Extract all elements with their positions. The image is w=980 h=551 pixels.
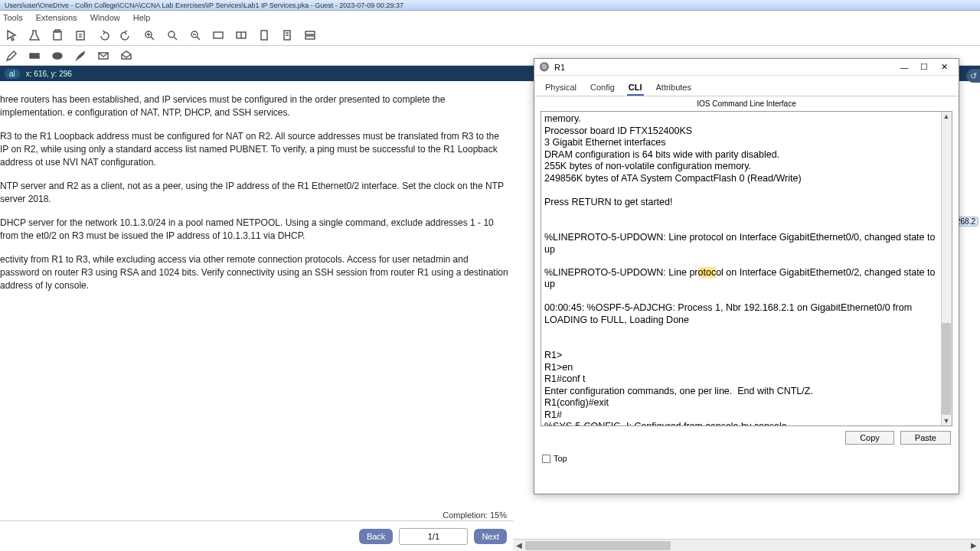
- app-titlebar: Users\user\OneDrive - Collin College\CCN…: [0, 0, 980, 11]
- toolbar-primary: [0, 24, 980, 46]
- pointer-icon[interactable]: [5, 28, 18, 42]
- envelope-open-icon[interactable]: [119, 49, 133, 63]
- panel1-icon[interactable]: [211, 28, 225, 42]
- undo-icon[interactable]: [96, 28, 110, 42]
- scroll-up-icon[interactable]: ▲: [942, 112, 951, 121]
- cli-buttons: Copy Paste: [534, 426, 959, 449]
- svg-rect-2: [77, 31, 84, 40]
- rect-icon[interactable]: [28, 49, 41, 63]
- minimize-button[interactable]: —: [894, 61, 914, 73]
- highlight-icon: otoc: [698, 267, 717, 278]
- ellipse-icon[interactable]: [51, 49, 64, 63]
- copy-button[interactable]: Copy: [845, 431, 894, 445]
- paste-icon[interactable]: [74, 28, 87, 42]
- instr-p5: ectivity from R1 to R3, while excluding …: [0, 253, 510, 292]
- svg-rect-6: [214, 32, 223, 38]
- window-title: R1: [554, 63, 565, 72]
- paste-button[interactable]: Paste: [900, 431, 951, 445]
- tab-attributes[interactable]: Attributes: [655, 80, 693, 96]
- menu-tools[interactable]: Tools: [3, 13, 23, 22]
- menu-extensions[interactable]: Extensions: [36, 13, 77, 22]
- cli-scrollbar[interactable]: ▲ ▼: [941, 112, 952, 425]
- cli-output-wrap: memory. Processor board ID FTX152400KS 3…: [541, 111, 952, 426]
- cli-subtitle: IOS Command Line Interface: [534, 96, 959, 111]
- coord-readout: x: 616, y: 296: [26, 70, 72, 78]
- stack-icon[interactable]: [303, 28, 317, 42]
- brush-icon[interactable]: [74, 49, 87, 63]
- tab-cli[interactable]: CLI: [627, 80, 644, 96]
- cli-output[interactable]: memory. Processor board ID FTX152400KS 3…: [541, 112, 952, 425]
- instructions-panel: hree routers has been established, and I…: [0, 90, 513, 306]
- device-tabs: Physical Config CLI Attributes: [534, 76, 959, 96]
- hscroll-track[interactable]: [525, 540, 968, 551]
- instr-p4: DHCP server for the network 10.1.3.0/24 …: [0, 217, 510, 243]
- hscroll-right-icon[interactable]: ▶: [968, 540, 980, 551]
- tab-physical[interactable]: Physical: [544, 80, 578, 96]
- doc1-icon[interactable]: [257, 28, 271, 42]
- zoom-reset-icon[interactable]: [165, 28, 179, 42]
- zoom-out-icon[interactable]: [188, 28, 202, 42]
- device-window-r1: 🔘 R1 — ☐ ✕ Physical Config CLI Attribute…: [534, 58, 959, 494]
- instr-p3: NTP server and R2 as a client, not as a …: [0, 180, 510, 206]
- close-button[interactable]: ✕: [934, 61, 954, 73]
- cli-line-hl: %LINEPROTO-5-UPDOWN: Line protocol on In…: [544, 267, 938, 290]
- panel2-icon[interactable]: [234, 28, 248, 42]
- redo-icon[interactable]: [119, 28, 133, 42]
- drawer-toggle[interactable]: ↺: [966, 69, 980, 83]
- top-label: Top: [554, 454, 567, 463]
- tab-config[interactable]: Config: [589, 80, 616, 96]
- instr-p1: hree routers has been established, and I…: [0, 93, 510, 119]
- hscroll-thumb[interactable]: [525, 541, 671, 550]
- maximize-button[interactable]: ☐: [914, 61, 934, 73]
- menu-window[interactable]: Window: [90, 13, 120, 22]
- top-checkbox[interactable]: [542, 455, 550, 463]
- menu-bar: Tools Extensions Window Help: [0, 11, 980, 24]
- scroll-down-icon[interactable]: ▼: [942, 416, 951, 425]
- window-titlebar[interactable]: 🔘 R1 — ☐ ✕: [534, 59, 959, 76]
- cli-post: 00:00:45: %OSPF-5-ADJCHG: Process 1, Nbr…: [544, 302, 915, 425]
- mode-pill[interactable]: al: [5, 69, 20, 79]
- completion-label: Completion: 15%: [443, 510, 507, 520]
- pen-icon[interactable]: [5, 49, 18, 63]
- router-icon: 🔘: [539, 62, 550, 72]
- svg-rect-12: [30, 54, 39, 58]
- envelope-icon[interactable]: [96, 49, 110, 63]
- footer-bar: Completion: 15% Back Next: [0, 520, 513, 551]
- hscroll-left-icon[interactable]: ◀: [513, 540, 525, 551]
- page-counter[interactable]: [399, 528, 468, 545]
- svg-point-4: [168, 31, 175, 37]
- svg-rect-10: [305, 31, 315, 34]
- flask-icon[interactable]: [28, 28, 41, 42]
- next-button[interactable]: Next: [474, 529, 507, 544]
- cli-pre: memory. Processor board ID FTX152400KS 3…: [544, 113, 938, 255]
- h-scrollbar[interactable]: ◀ ▶: [513, 539, 980, 551]
- back-button[interactable]: Back: [359, 529, 393, 544]
- svg-rect-11: [305, 36, 315, 39]
- menu-help[interactable]: Help: [133, 13, 151, 22]
- top-checkbox-row: Top: [534, 449, 959, 468]
- instr-p2: R3 to the R1 Loopback address must be co…: [0, 130, 510, 169]
- zoom-in-icon[interactable]: [142, 28, 156, 42]
- svg-rect-8: [261, 31, 267, 40]
- doc2-icon[interactable]: [280, 28, 294, 42]
- svg-point-13: [53, 53, 62, 59]
- clipboard-icon[interactable]: [51, 28, 64, 42]
- scroll-thumb[interactable]: [942, 323, 951, 415]
